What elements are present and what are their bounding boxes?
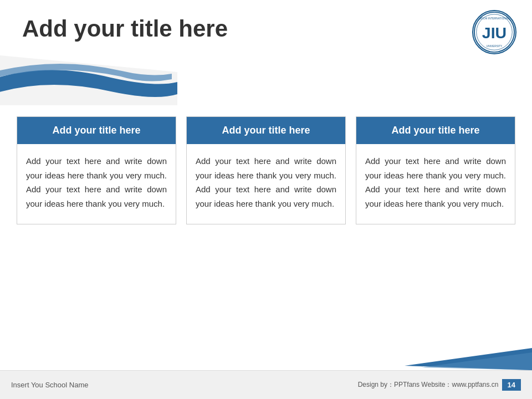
page-number: 14 [502,379,521,391]
card-1: Add your title here Add your text here a… [17,116,176,224]
card-1-title: Add your title here [52,125,140,136]
svg-text:JIU: JIU [482,24,507,42]
svg-text:UNIVERSITY: UNIVERSITY [487,45,503,48]
university-logo: JOCHI INTERNATIONAL UNIVERSITY JIU [472,10,516,54]
card-2: Add your title here Add your text here a… [186,116,346,224]
footer: Insert You School Name Design by：PPTfans… [0,370,532,399]
card-3: Add your title here Add your text here a… [356,116,515,224]
cards-container: Add your title here Add your text here a… [17,116,515,224]
school-name-label: Insert You School Name [11,381,88,389]
card-1-header: Add your title here [17,117,176,144]
design-credit: Design by：PPTfans Website：www.pptfans.cn [358,380,499,390]
card-3-header: Add your title here [356,117,515,144]
slide: Add your title here JOCHI INTERNATIONAL … [0,0,532,399]
footer-right: Design by：PPTfans Website：www.pptfans.cn… [358,379,521,391]
main-title: Add your title here [22,16,228,42]
card-2-body: Add your text here and write down your i… [187,144,345,224]
card-3-body: Add your text here and write down your i… [356,144,515,224]
card-2-header: Add your title here [187,117,345,144]
card-1-body: Add your text here and write down your i… [17,144,176,224]
card-2-title: Add your title here [222,125,310,136]
card-3-title: Add your title here [391,125,479,136]
bottom-decoration [377,348,532,370]
